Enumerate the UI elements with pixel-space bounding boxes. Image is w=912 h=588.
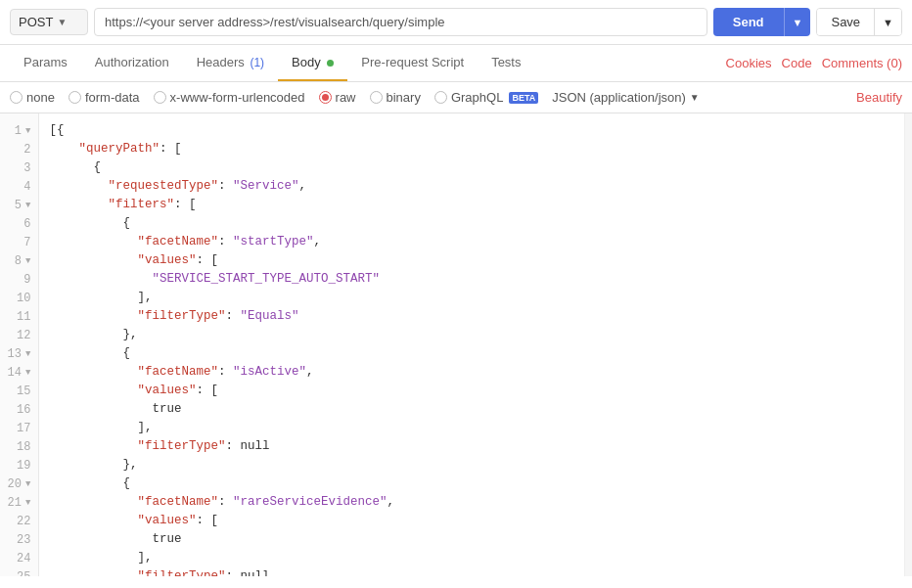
- headers-badge: (1): [250, 56, 264, 69]
- radio-raw: [319, 91, 332, 104]
- ln-5: 5▼: [0, 196, 38, 214]
- ln-16: 16: [0, 400, 38, 419]
- option-binary[interactable]: binary: [370, 90, 421, 105]
- option-none[interactable]: none: [10, 90, 55, 105]
- top-bar: POST ▼ Send ▼ Save ▼: [0, 0, 912, 45]
- tabs-right: Cookies Code Comments (0): [726, 56, 902, 70]
- body-dot: [327, 60, 334, 67]
- line-numbers: 1▼ 2 3 4 5▼ 6 7 8▼ 9 10 11 12 13▼ 14▼ 15…: [0, 113, 39, 576]
- option-graphql-label: GraphQL: [451, 90, 503, 105]
- option-raw-label: raw: [336, 90, 356, 105]
- radio-binary: [370, 91, 383, 104]
- option-urlencoded-label: x-www-form-urlencoded: [170, 90, 305, 105]
- method-chevron: ▼: [57, 17, 67, 27]
- send-arrow-button[interactable]: ▼: [784, 8, 811, 36]
- ln-25: 25: [0, 567, 38, 576]
- radio-none: [10, 91, 23, 104]
- tab-params[interactable]: Params: [10, 45, 81, 81]
- ln-17: 17: [0, 419, 38, 437]
- save-arrow-button[interactable]: ▼: [874, 9, 901, 35]
- body-options-row: none form-data x-www-form-urlencoded raw…: [0, 82, 912, 113]
- ln-20: 20▼: [0, 475, 38, 493]
- comments-link[interactable]: Comments (0): [822, 56, 902, 70]
- ln-14: 14▼: [0, 363, 38, 382]
- method-label: POST: [19, 15, 53, 29]
- ln-9: 9: [0, 270, 38, 289]
- ln-21: 21▼: [0, 493, 38, 512]
- ln-11: 11: [0, 307, 38, 326]
- radio-urlencoded: [154, 91, 166, 104]
- ln-3: 3: [0, 158, 38, 177]
- ln-2: 2: [0, 140, 38, 158]
- save-button-group: Save ▼: [816, 8, 902, 36]
- ln-7: 7: [0, 233, 38, 251]
- ln-1: 1▼: [0, 121, 38, 140]
- tab-body[interactable]: Body: [278, 45, 347, 81]
- option-graphql[interactable]: GraphQL BETA: [434, 90, 538, 105]
- tab-authorization[interactable]: Authorization: [81, 45, 183, 81]
- json-type-label: JSON (application/json): [552, 90, 686, 105]
- radio-form-data: [68, 91, 81, 104]
- cookies-link[interactable]: Cookies: [726, 56, 772, 70]
- ln-10: 10: [0, 289, 38, 307]
- tab-prerequest[interactable]: Pre-request Script: [347, 45, 478, 81]
- save-button[interactable]: Save: [817, 9, 874, 35]
- option-none-label: none: [26, 90, 55, 105]
- ln-4: 4: [0, 177, 38, 196]
- ln-12: 12: [0, 326, 38, 344]
- ln-15: 15: [0, 382, 38, 400]
- send-button-group: Send ▼: [713, 8, 811, 36]
- option-urlencoded[interactable]: x-www-form-urlencoded: [154, 90, 305, 105]
- code-content[interactable]: [{ "queryPath": [ { "requestedType": "Se…: [39, 113, 904, 576]
- url-input[interactable]: [94, 8, 707, 36]
- scrollbar-track[interactable]: [904, 113, 912, 576]
- beta-badge: BETA: [509, 92, 538, 104]
- ln-24: 24: [0, 549, 38, 567]
- ln-19: 19: [0, 456, 38, 475]
- json-type-chevron: ▼: [690, 92, 700, 103]
- beautify-button[interactable]: Beautify: [856, 90, 902, 105]
- code-link[interactable]: Code: [782, 56, 812, 70]
- ln-6: 6: [0, 214, 38, 233]
- option-form-data-label: form-data: [85, 90, 140, 105]
- ln-22: 22: [0, 512, 38, 530]
- send-button[interactable]: Send: [713, 8, 784, 36]
- ln-23: 23: [0, 530, 38, 549]
- ln-13: 13▼: [0, 344, 38, 363]
- option-raw[interactable]: raw: [319, 90, 356, 105]
- tabs-row: Params Authorization Headers (1) Body Pr…: [0, 45, 912, 82]
- editor-area: 1▼ 2 3 4 5▼ 6 7 8▼ 9 10 11 12 13▼ 14▼ 15…: [0, 113, 912, 576]
- ln-8: 8▼: [0, 251, 38, 270]
- json-type-selector[interactable]: JSON (application/json) ▼: [552, 90, 699, 105]
- option-form-data[interactable]: form-data: [68, 90, 140, 105]
- ln-18: 18: [0, 437, 38, 456]
- option-binary-label: binary: [387, 90, 421, 105]
- method-select[interactable]: POST ▼: [10, 9, 88, 35]
- radio-graphql: [434, 91, 447, 104]
- tab-tests[interactable]: Tests: [478, 45, 534, 81]
- tab-headers[interactable]: Headers (1): [183, 45, 278, 81]
